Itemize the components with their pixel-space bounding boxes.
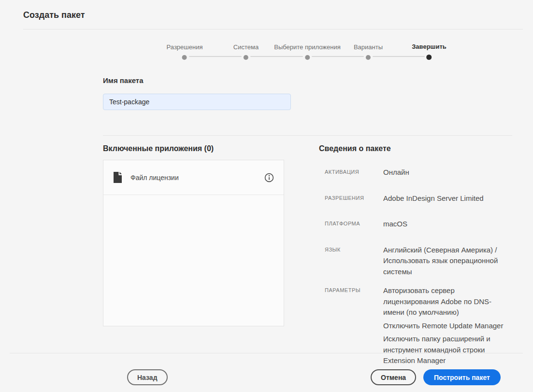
step-choose-apps[interactable]: Выберите приложения <box>274 43 340 60</box>
list-item-label: Файл лицензии <box>130 174 179 182</box>
step-permissions[interactable]: Разрешения <box>167 43 203 60</box>
detail-value: Adobe InDesign Server Limited <box>383 193 506 204</box>
step-label: Выберите приложения <box>274 43 340 51</box>
step-dot-icon <box>427 55 432 60</box>
cancel-button[interactable]: Отмена <box>371 369 416 385</box>
detail-value: macOS <box>383 219 506 230</box>
detail-label: РАЗРЕШЕНИЯ <box>325 193 383 204</box>
detail-row-platform: ПЛАТФОРМА macOS <box>319 219 512 230</box>
info-icon[interactable] <box>264 173 274 182</box>
package-name-input[interactable] <box>103 94 291 110</box>
detail-value: Английский (Северная Америка) / Использо… <box>383 245 506 278</box>
wizard-stepper: Разрешения Система Выберите приложения В… <box>0 0 533 68</box>
step-connector <box>373 56 425 57</box>
step-finish: Завершить <box>412 43 447 60</box>
package-details-title: Сведения о пакете <box>319 144 512 153</box>
step-connector <box>189 56 242 57</box>
detail-label: АКТИВАЦИЯ <box>325 167 383 178</box>
footer-divider <box>10 353 523 353</box>
step-label: Варианты <box>354 43 383 51</box>
detail-label: ЯЗЫК <box>325 245 383 278</box>
step-system[interactable]: Система <box>233 43 259 60</box>
step-connector <box>250 56 303 57</box>
step-dot-icon <box>244 55 248 60</box>
step-label: Система <box>233 43 259 51</box>
detail-value: Авторизовать сервер лицензирования Adobe… <box>383 285 506 369</box>
step-label: Завершить <box>412 43 447 50</box>
detail-row-entitlements: РАЗРЕШЕНИЯ Adobe InDesign Server Limited <box>319 193 512 204</box>
step-label: Разрешения <box>167 43 203 51</box>
detail-row-language: ЯЗЫК Английский (Северная Америка) / Исп… <box>319 245 512 278</box>
detail-label: ПЛАТФОРМА <box>325 219 383 230</box>
detail-value-line: Отключить Remote Update Manager <box>383 321 506 332</box>
create-package-page: Создать пакет Разрешения Система Выберит… <box>0 0 533 392</box>
detail-label: ПАРАМЕТРЫ <box>325 285 383 369</box>
package-details-panel: Сведения о пакете АКТИВАЦИЯ Онлайн РАЗРЕ… <box>319 144 512 369</box>
build-package-button[interactable]: Построить пакет <box>423 369 501 385</box>
step-dot-icon <box>305 55 310 60</box>
detail-row-activation: АКТИВАЦИЯ Онлайн <box>319 167 512 178</box>
step-connector <box>312 56 364 57</box>
included-apps-title: Включенные приложения (0) <box>103 144 214 153</box>
file-icon <box>113 172 122 183</box>
list-item-license-file: Файл лицензии <box>103 160 284 195</box>
detail-row-options: ПАРАМЕТРЫ Авторизовать сервер лицензиров… <box>319 285 512 369</box>
detail-value: Онлайн <box>383 167 506 178</box>
step-dot-icon <box>182 55 187 60</box>
detail-value-line: Авторизовать сервер лицензирования Adobe… <box>383 285 506 318</box>
step-options[interactable]: Варианты <box>354 43 383 60</box>
back-button[interactable]: Назад <box>127 369 168 385</box>
included-apps-list: Файл лицензии <box>103 160 284 326</box>
package-name-label: Имя пакета <box>103 76 144 84</box>
section-divider <box>103 135 512 136</box>
step-dot-icon <box>366 55 371 60</box>
detail-value-line: Исключить папку расширений и инструмент … <box>383 334 506 366</box>
